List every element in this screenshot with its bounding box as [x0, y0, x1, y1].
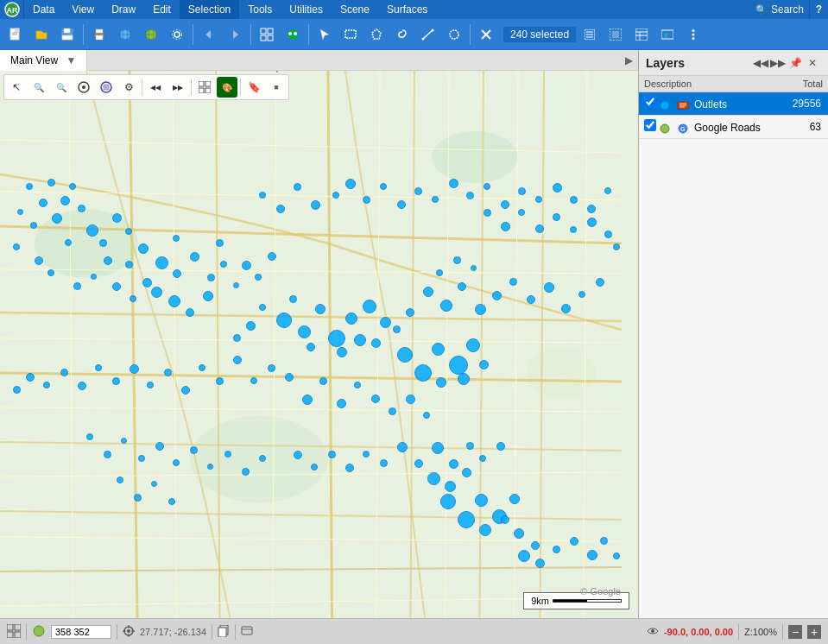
- line-select-button[interactable]: [416, 22, 440, 47]
- selection-btn2[interactable]: [604, 22, 628, 47]
- open-button[interactable]: [29, 22, 54, 47]
- prev-extent-tool[interactable]: ◀◀: [145, 77, 166, 98]
- more-btn[interactable]: [681, 22, 705, 47]
- circle-select-button[interactable]: [442, 22, 466, 47]
- svg-marker-28: [372, 29, 381, 39]
- menu-scene[interactable]: Scene: [332, 0, 378, 19]
- pointer-tool[interactable]: ↖: [6, 77, 27, 98]
- app-logo: AR: [0, 0, 24, 19]
- tab-arrow[interactable]: ▶: [620, 54, 638, 66]
- svg-rect-10: [96, 35, 103, 40]
- tab-close-icon[interactable]: ▼: [66, 54, 76, 66]
- svg-rect-99: [15, 632, 21, 638]
- layers-collapse-right[interactable]: ▶▶: [769, 54, 787, 72]
- svg-point-51: [35, 209, 138, 278]
- layer-outlets-cell: Outlets: [639, 92, 787, 116]
- svg-point-49: [692, 37, 695, 40]
- layers-header: Layers ◀◀ ▶▶ 📌 ✕: [639, 50, 828, 76]
- bookmark-tool[interactable]: 🔖: [243, 77, 264, 98]
- svg-point-89: [661, 101, 669, 110]
- menu-surfaces[interactable]: Surfaces: [378, 0, 436, 19]
- layer-groads-checkbox[interactable]: [644, 119, 656, 131]
- point-select-button[interactable]: [313, 22, 337, 47]
- print-button[interactable]: [87, 22, 111, 47]
- coords-display: -90.0, 0.00, 0.00: [664, 627, 733, 637]
- globe-button[interactable]: [113, 22, 137, 47]
- poly-select-button[interactable]: [364, 22, 389, 47]
- status-left: 27.717; -26.134: [7, 624, 253, 640]
- export-btn[interactable]: X: [655, 22, 679, 47]
- layer-extent-tool[interactable]: [96, 77, 117, 98]
- copy-icon[interactable]: [218, 625, 230, 639]
- main-content: Main View ▼ ▶: [0, 50, 828, 618]
- next-extent-tool[interactable]: ▶▶: [167, 77, 188, 98]
- svg-point-102: [127, 629, 130, 633]
- menu-edit[interactable]: Edit: [144, 0, 180, 19]
- menu-tools[interactable]: Tools: [239, 0, 281, 19]
- menu-selection[interactable]: Selection: [180, 0, 239, 19]
- menu-utilities[interactable]: Utilities: [281, 0, 332, 19]
- layer-outlets-vis-icon: [659, 98, 673, 110]
- zoom-in-btn[interactable]: +: [807, 625, 821, 639]
- grid-button[interactable]: [255, 22, 279, 47]
- menu-draw[interactable]: Draw: [103, 0, 144, 19]
- grid-view-tool[interactable]: [194, 77, 215, 98]
- maptb-sep-2: [191, 79, 192, 96]
- layers-panel: Layers ◀◀ ▶▶ 📌 ✕ Description Total: [638, 50, 828, 618]
- layers-close[interactable]: ✕: [804, 54, 821, 72]
- svg-rect-41: [635, 28, 648, 41]
- svg-rect-20: [261, 28, 266, 34]
- layer-row-outlets[interactable]: Outlets 29556: [639, 92, 828, 116]
- svg-point-25: [288, 32, 292, 35]
- svg-rect-7: [64, 28, 70, 33]
- full-extent-tool[interactable]: [73, 77, 94, 98]
- main-view-tab[interactable]: Main View ▼: [0, 50, 87, 71]
- layers-table: Description Total Outlets: [639, 76, 828, 139]
- prev-button[interactable]: [197, 22, 221, 47]
- layers-pin[interactable]: 📌: [787, 54, 804, 72]
- layer-outlets-checkbox[interactable]: [644, 96, 656, 108]
- zoom-display: Z:100%: [744, 627, 777, 637]
- clear-selection-button[interactable]: [474, 22, 498, 47]
- coords-input[interactable]: [51, 625, 111, 639]
- maptb-sep-3: [240, 79, 241, 96]
- lasso-select-button[interactable]: [390, 22, 414, 47]
- svg-point-18: [174, 32, 180, 37]
- svg-rect-27: [345, 30, 356, 38]
- zoom-out-btn[interactable]: −: [788, 625, 802, 639]
- stop-tool[interactable]: ■: [266, 77, 287, 98]
- status-layer-icon: [32, 624, 46, 640]
- status-sep-1: [26, 624, 27, 640]
- toolbar-sep-5: [470, 24, 471, 45]
- table-btn[interactable]: [629, 22, 654, 47]
- help-button[interactable]: ?: [809, 0, 828, 19]
- layer-color-button[interactable]: [281, 22, 305, 47]
- svg-rect-87: [199, 88, 204, 93]
- save-button[interactable]: [55, 22, 79, 47]
- svg-rect-8: [62, 35, 73, 40]
- settings-tool[interactable]: ⚙: [118, 77, 139, 98]
- menu-bar: AR Data View Draw Edit Selection Tools U…: [0, 0, 828, 19]
- rect-select-button[interactable]: [338, 22, 363, 47]
- zoom-in-tool[interactable]: 🔍: [28, 77, 49, 98]
- next-button[interactable]: [223, 22, 247, 47]
- globe2-button[interactable]: [139, 22, 163, 47]
- layer-row-google-roads[interactable]: G Google Roads 63: [639, 115, 828, 138]
- svg-rect-96: [7, 624, 13, 630]
- toolbar-sep-4: [308, 24, 309, 45]
- color-picker-tool[interactable]: 🎨: [217, 77, 237, 98]
- new-button[interactable]: [3, 22, 28, 47]
- menu-view[interactable]: View: [63, 0, 103, 19]
- status-right: -90.0, 0.00, 0.00 Z:100% − +: [647, 624, 821, 640]
- status-sep-2: [117, 624, 117, 640]
- zoom-out-tool[interactable]: 🔍: [51, 77, 72, 98]
- status-sep-5: [738, 624, 739, 640]
- selection-options-btn[interactable]: [578, 22, 602, 47]
- svg-rect-97: [15, 624, 21, 630]
- svg-rect-86: [205, 81, 211, 86]
- svg-text:G: G: [680, 126, 686, 132]
- settings-button[interactable]: [165, 22, 189, 47]
- menu-data[interactable]: Data: [24, 0, 63, 19]
- layers-collapse-left[interactable]: ◀◀: [752, 54, 769, 72]
- map-viewport[interactable]: ↖ 🔍 🔍 ⚙ ◀◀ ▶▶: [0, 71, 638, 618]
